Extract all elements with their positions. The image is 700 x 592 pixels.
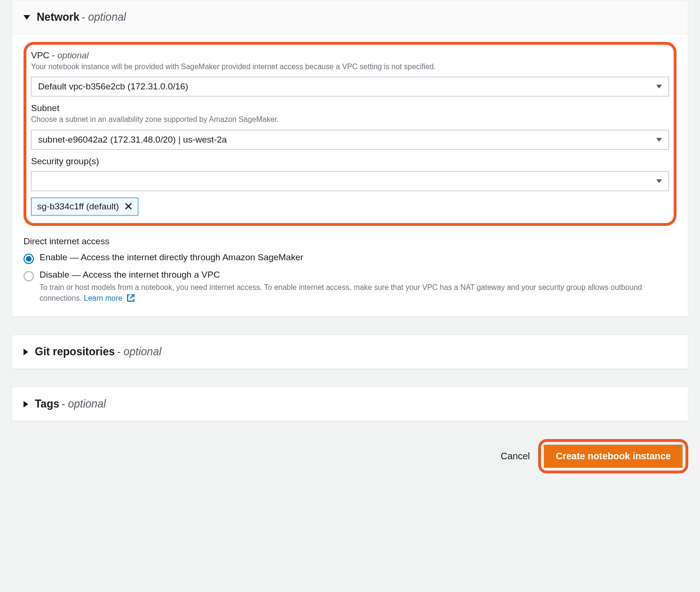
cancel-button[interactable]: Cancel [501, 451, 530, 462]
tags-panel: Tags - optional [12, 387, 688, 421]
footer: Cancel Create notebook instance [12, 439, 688, 473]
subnet-select[interactable]: subnet-e96042a2 (172.31.48.0/20) | us-we… [31, 130, 669, 150]
direct-internet-field: Direct internet access Enable — Access t… [24, 236, 676, 305]
subnet-hint: Choose a subnet in an availability zone … [31, 114, 669, 125]
git-optional: - optional [117, 345, 161, 358]
external-link-icon [127, 294, 135, 305]
subnet-field: Subnet Choose a subnet in an availabilit… [31, 103, 669, 149]
close-icon[interactable]: ✕ [124, 201, 133, 212]
vpc-label-text: VPC - [31, 50, 55, 60]
security-groups-select[interactable] [31, 171, 669, 191]
git-title: Git repositories [35, 345, 115, 358]
chevron-down-icon [656, 85, 662, 88]
create-notebook-button[interactable]: Create notebook instance [544, 445, 683, 468]
radio-dot-icon [26, 256, 32, 262]
vpc-hint: Your notebook instance will be provided … [31, 62, 669, 72]
caret-right-icon [24, 349, 28, 355]
network-optional: - optional [81, 11, 126, 24]
caret-down-icon [24, 15, 30, 20]
learn-more-link[interactable]: Learn more [84, 294, 122, 302]
highlighted-settings: VPC - optional Your notebook instance wi… [24, 42, 676, 226]
tags-optional: - optional [61, 398, 106, 410]
radio-disable-row[interactable]: Disable — Access the internet through a … [24, 270, 676, 305]
radio-disable-desc: To train or host models from a notebook,… [40, 282, 676, 305]
radio-disable-label: Disable — Access the internet through a … [40, 270, 676, 280]
radio-enable-label: Enable — Access the internet directly th… [40, 252, 303, 263]
caret-right-icon [24, 401, 28, 408]
vpc-field: VPC - optional Your notebook instance wi… [31, 50, 669, 96]
radio-disable[interactable] [24, 271, 34, 281]
chevron-down-icon [656, 138, 662, 142]
vpc-label: VPC - optional [31, 50, 669, 61]
chevron-down-icon [656, 179, 662, 183]
network-header[interactable]: Network - optional [12, 0, 688, 34]
security-group-token: sg-b334c1ff (default) ✕ [31, 198, 138, 216]
tags-title: Tags [35, 398, 59, 410]
network-body: VPC - optional Your notebook instance wi… [12, 42, 688, 316]
subnet-label: Subnet [31, 103, 669, 113]
radio-enable[interactable] [24, 254, 34, 264]
radio-enable-row[interactable]: Enable — Access the internet directly th… [24, 252, 676, 264]
security-groups-label: Security group(s) [31, 156, 669, 167]
vpc-value: Default vpc-b356e2cb (172.31.0.0/16) [38, 81, 656, 92]
network-title: Network [37, 11, 80, 24]
tags-header[interactable]: Tags - optional [12, 387, 688, 421]
token-label: sg-b334c1ff (default) [37, 201, 119, 212]
vpc-optional: optional [57, 50, 89, 60]
vpc-select[interactable]: Default vpc-b356e2cb (172.31.0.0/16) [31, 77, 669, 96]
git-header[interactable]: Git repositories - optional [12, 335, 688, 368]
network-panel: Network - optional VPC - optional Your n… [12, 0, 688, 317]
direct-internet-label: Direct internet access [24, 236, 676, 247]
subnet-value: subnet-e96042a2 (172.31.48.0/20) | us-we… [38, 135, 656, 145]
git-panel: Git repositories - optional [12, 335, 688, 369]
security-groups-field: Security group(s) sg-b334c1ff (default) … [31, 156, 669, 216]
create-button-highlight: Create notebook instance [538, 439, 688, 473]
